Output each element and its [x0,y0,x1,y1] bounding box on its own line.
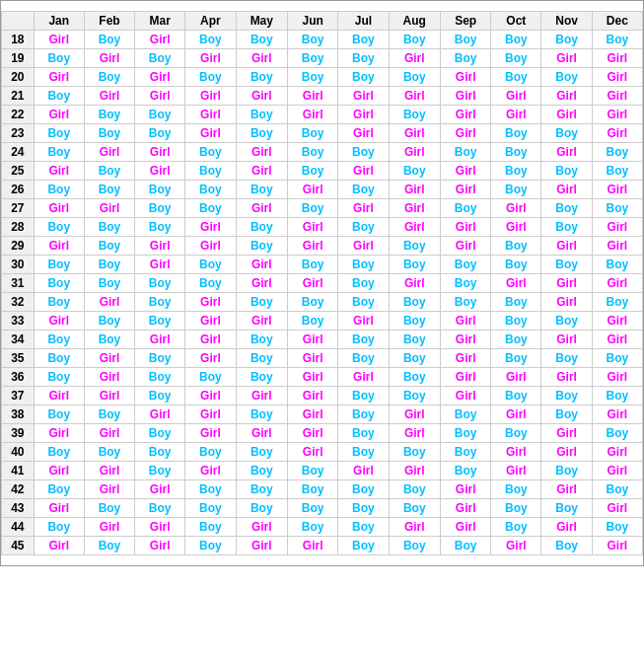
girl-cell: Girl [441,181,491,199]
boy-cell: Boy [135,274,185,293]
girl-cell: Girl [135,237,185,256]
boy-cell: Boy [236,293,288,312]
boy-cell: Boy [288,31,338,49]
girl-cell: Girl [592,87,642,106]
boy-cell: Boy [441,462,491,480]
boy-cell: Boy [389,312,441,331]
girl-cell: Girl [541,480,592,499]
girl-cell: Girl [135,256,185,274]
boy-cell: Boy [84,274,134,293]
girl-cell: Girl [34,537,84,555]
month-header-dec: Dec [592,12,642,31]
age-cell: 39 [2,424,35,443]
boy-cell: Boy [491,143,541,162]
boy-cell: Boy [135,218,185,237]
boy-cell: Boy [236,68,288,87]
girl-cell: Girl [441,237,491,256]
boy-cell: Boy [236,499,288,518]
girl-cell: Girl [84,349,134,368]
boy-cell: Boy [441,49,491,68]
girl-cell: Girl [541,293,592,312]
girl-cell: Girl [288,181,338,199]
table-row: 23BoyBoyBoyGirlBoyBoyGirlGirlGirlBoyBoyG… [2,124,643,143]
girl-cell: Girl [185,349,236,368]
month-header-jul: Jul [338,12,389,31]
header-row: JanFebMarAprMayJunJulAugSepOctNovDec [2,12,643,31]
boy-cell: Boy [185,518,236,537]
girl-cell: Girl [288,424,338,443]
boy-cell: Boy [288,68,338,87]
girl-cell: Girl [338,237,389,256]
girl-cell: Girl [441,368,491,387]
calendar-table: JanFebMarAprMayJunJulAugSepOctNovDec 18G… [1,11,643,555]
boy-cell: Boy [34,218,84,237]
age-cell: 20 [2,68,35,87]
boy-cell: Boy [491,68,541,87]
girl-cell: Girl [185,124,236,143]
girl-cell: Girl [338,124,389,143]
boy-cell: Boy [185,368,236,387]
boy-cell: Boy [389,499,441,518]
boy-cell: Boy [135,106,185,124]
boy-cell: Boy [491,387,541,405]
month-header-jun: Jun [288,12,338,31]
girl-cell: Girl [236,143,288,162]
boy-cell: Boy [288,143,338,162]
age-cell: 18 [2,31,35,49]
boy-cell: Boy [338,443,389,462]
girl-cell: Girl [84,368,134,387]
girl-cell: Girl [389,87,441,106]
girl-cell: Girl [236,537,288,555]
boy-cell: Boy [236,331,288,349]
table-row: 21BoyGirlGirlGirlGirlGirlGirlGirlGirlGir… [2,87,643,106]
girl-cell: Girl [541,87,592,106]
table-row: 22GirlBoyBoyGirlBoyGirlGirlBoyGirlGirlGi… [2,106,643,124]
age-cell: 35 [2,349,35,368]
table-row: 41GirlGirlBoyGirlBoyBoyGirlGirlBoyGirlBo… [2,462,643,480]
girl-cell: Girl [236,87,288,106]
boy-cell: Boy [389,237,441,256]
table-row: 45GirlBoyGirlBoyGirlGirlBoyBoyBoyGirlBoy… [2,537,643,555]
age-cell: 29 [2,237,35,256]
boy-cell: Boy [338,181,389,199]
boy-cell: Boy [338,405,389,424]
boy-cell: Boy [389,537,441,555]
boy-cell: Boy [185,256,236,274]
age-cell: 38 [2,405,35,424]
boy-cell: Boy [236,106,288,124]
boy-cell: Boy [185,68,236,87]
table-row: 20GirlBoyGirlBoyBoyBoyBoyBoyGirlBoyBoyGi… [2,68,643,87]
boy-cell: Boy [441,274,491,293]
boy-cell: Boy [491,181,541,199]
girl-cell: Girl [135,87,185,106]
girl-cell: Girl [441,480,491,499]
boy-cell: Boy [135,368,185,387]
boy-cell: Boy [84,106,134,124]
boy-cell: Boy [592,143,642,162]
month-header-feb: Feb [84,12,134,31]
boy-cell: Boy [338,349,389,368]
boy-cell: Boy [592,424,642,443]
age-cell: 19 [2,49,35,68]
boy-cell: Boy [491,31,541,49]
table-row: 31BoyBoyBoyBoyGirlGirlBoyGirlBoyGirlGirl… [2,274,643,293]
boy-cell: Boy [389,387,441,405]
table-body: 18GirlBoyGirlBoyBoyBoyBoyBoyBoyBoyBoyBoy… [2,31,643,555]
boy-cell: Boy [34,518,84,537]
boy-cell: Boy [34,143,84,162]
boy-cell: Boy [135,387,185,405]
table-row: 25GirlBoyGirlBoyGirlBoyGirlBoyGirlBoyBoy… [2,162,643,181]
girl-cell: Girl [441,87,491,106]
calendar-footer [1,555,643,565]
girl-cell: Girl [592,68,642,87]
girl-cell: Girl [441,331,491,349]
boy-cell: Boy [541,349,592,368]
boy-cell: Boy [34,405,84,424]
boy-cell: Boy [441,405,491,424]
girl-cell: Girl [84,424,134,443]
boy-cell: Boy [541,256,592,274]
girl-cell: Girl [236,424,288,443]
boy-cell: Boy [338,49,389,68]
girl-cell: Girl [491,87,541,106]
girl-cell: Girl [288,443,338,462]
